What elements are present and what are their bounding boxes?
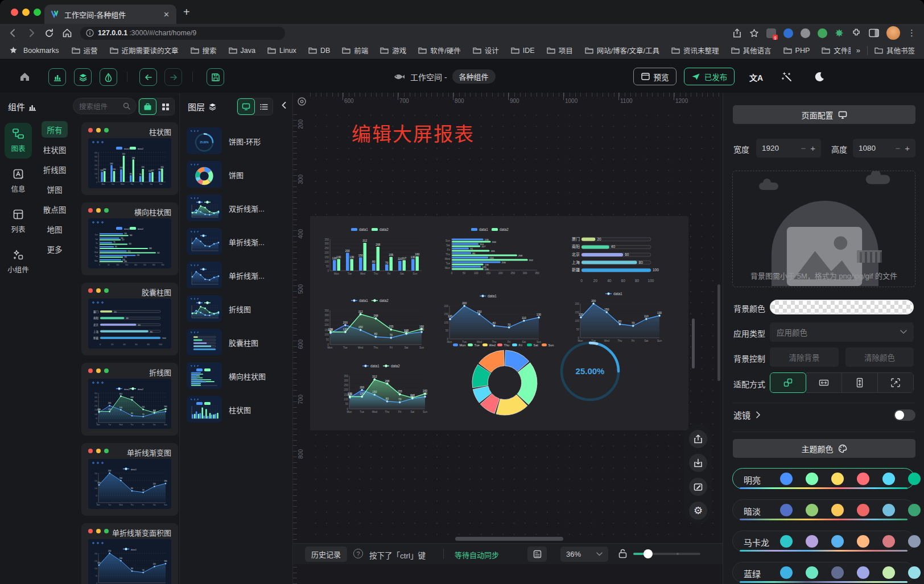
component-card[interactable]: 胶囊柱图厦门20南阳40北京60上海80新疆100020406080100 [81,283,178,355]
theme-color-dot[interactable] [882,504,895,516]
layer-item[interactable]: 柱状图 [187,395,292,424]
components-view-grid-button[interactable] [156,98,174,115]
window-minimize-button[interactable] [22,9,30,16]
layer-item[interactable]: 双折线渐... [187,193,292,223]
canvas-dashboard-panel[interactable]: data1data2050100150200250300350120130Mon… [308,216,688,430]
bookmark-folder[interactable]: 项目 [547,45,573,56]
eye-icon[interactable] [297,97,307,106]
extension-icon-blue[interactable] [783,28,793,38]
reload-icon[interactable] [44,28,54,38]
extension-pin-icon[interactable] [835,28,844,38]
address-bar[interactable]: 127.0.0.1 :3000/#/chart/home/9 [80,27,285,40]
save-button[interactable] [207,68,224,86]
changelog-button[interactable] [527,546,547,562]
theme-color-dot[interactable] [780,566,793,579]
edit-button[interactable] [689,478,707,496]
dark-mode-moon-icon[interactable] [814,72,824,82]
component-card[interactable]: 横向柱状图data1data2050100150200250300350Sun1… [81,202,178,275]
theme-color-dot[interactable] [780,504,793,516]
layers-view-thumbnail-button[interactable] [237,98,255,115]
filter-section-toggle[interactable]: 滤镜 [733,409,761,421]
tab-close-icon[interactable]: ✕ [162,10,171,19]
theme-color-dot[interactable] [780,535,793,548]
components-toolbar-button[interactable] [48,68,66,86]
theme-color-dot[interactable] [806,504,818,516]
decrement-icon[interactable]: − [895,143,900,153]
increment-icon[interactable]: + [905,143,910,153]
theme-color-dot[interactable] [882,566,895,579]
component-card[interactable]: 柱状图data1data2050100150200250300350120130… [81,122,178,195]
sidebar-toggle-icon[interactable] [869,28,879,38]
theme-color-dot[interactable] [806,473,818,485]
theme-color-dot[interactable] [831,473,844,485]
browser-menu-icon[interactable]: ⋮ [908,28,916,38]
theme-color-dot[interactable] [857,535,869,548]
layers-toolbar-button[interactable] [74,68,92,86]
bookmark-folder[interactable]: IDE [511,47,535,55]
back-icon[interactable] [8,28,18,38]
share-icon[interactable] [732,28,742,38]
decrement-icon[interactable]: − [801,143,806,153]
bookmark-folder[interactable]: DB [308,47,330,55]
theme-color-dot[interactable] [908,473,921,485]
layer-item[interactable]: 折线图 [187,294,292,324]
extension-icon-green[interactable] [818,28,827,38]
theme-color-dot[interactable] [780,473,793,485]
lock-icon[interactable] [618,548,627,558]
category-item-1[interactable]: 柱状图 [36,139,73,159]
home-button-icon[interactable] [19,72,30,82]
window-close-button[interactable] [11,9,18,16]
height-input[interactable]: 1080 − + [853,139,915,158]
sidebar-tab-charts[interactable]: 图表 [5,123,32,159]
home-icon[interactable] [62,28,72,38]
bookmark-folder[interactable]: 游戏 [380,45,406,56]
chart-bar-grouped[interactable]: data1data2050100150200250300350120130Mon… [317,225,426,279]
details-toolbar-button[interactable] [100,68,117,86]
chart-area-dual[interactable]: data1data2050100150200250300350120200150… [337,361,429,417]
theme-row-1[interactable]: 暗淡 [732,499,915,520]
bookmark-folder[interactable]: 前端 [342,45,368,56]
canvas-area[interactable]: 6007008009001000110012001300 20030040050… [293,93,723,584]
canvas-horizontal-scrollbar[interactable] [455,537,563,541]
new-tab-button[interactable]: + [183,6,190,19]
bookmark-folder[interactable]: 设计 [473,45,499,56]
fit-scale-button[interactable] [770,372,806,393]
bookmark-folder[interactable]: Linux [267,47,296,55]
theme-row-2[interactable]: 马卡龙 [732,531,915,552]
fit-width-button[interactable] [806,372,842,393]
category-item-3[interactable]: 饼图 [36,179,73,199]
theme-color-dot[interactable] [806,535,818,548]
publish-button[interactable]: 已发布 [684,68,735,85]
forward-icon[interactable] [26,28,36,38]
help-icon[interactable]: ? [353,549,363,558]
theme-color-dot[interactable] [908,566,921,579]
width-input[interactable]: 1920 − + [756,139,821,158]
chart-capsule[interactable]: 厦门20南阳40北京60上海80新疆100020406080100 [568,231,663,283]
sidebar-tab-widgets[interactable]: 小组件 [5,244,32,280]
chart-progress-ring[interactable]: 25.00% [559,340,621,403]
theme-color-dot[interactable] [831,535,844,548]
layer-item[interactable]: 胶囊柱图 [187,328,292,357]
bookmark-folder[interactable]: 运营 [72,45,98,56]
browser-profile-avatar[interactable] [886,26,900,40]
extension-icon-gray[interactable] [801,28,810,38]
theme-color-dot[interactable] [857,473,869,485]
canvas-vertical-scrollbar[interactable] [692,318,695,368]
bookmark-folder[interactable]: PHP [783,47,810,55]
category-item-6[interactable]: 更多 [36,239,73,259]
clear-color-button[interactable]: 清除颜色 [845,347,914,367]
category-item-5[interactable]: 地图 [36,219,73,239]
bookmark-folder[interactable]: 软件/硬件 [418,45,460,56]
extension-icon-g[interactable]: g [766,28,776,38]
bookmark-folder[interactable]: 资讯未整理 [671,45,719,56]
category-item-2[interactable]: 折线图 [36,159,73,179]
layer-item[interactable]: 饼图 [187,160,292,189]
collapse-panel-icon[interactable] [280,101,288,109]
bookmark-folder[interactable]: 文件服务器 [822,45,850,56]
layer-item[interactable]: 横向柱状图 [187,361,292,391]
theme-color-dot[interactable] [831,504,844,516]
search-input[interactable]: 搜索组件 [73,98,137,114]
increment-icon[interactable]: + [810,143,815,153]
theme-color-dot[interactable] [857,566,869,579]
layer-item[interactable]: 单折线渐... [187,260,292,290]
